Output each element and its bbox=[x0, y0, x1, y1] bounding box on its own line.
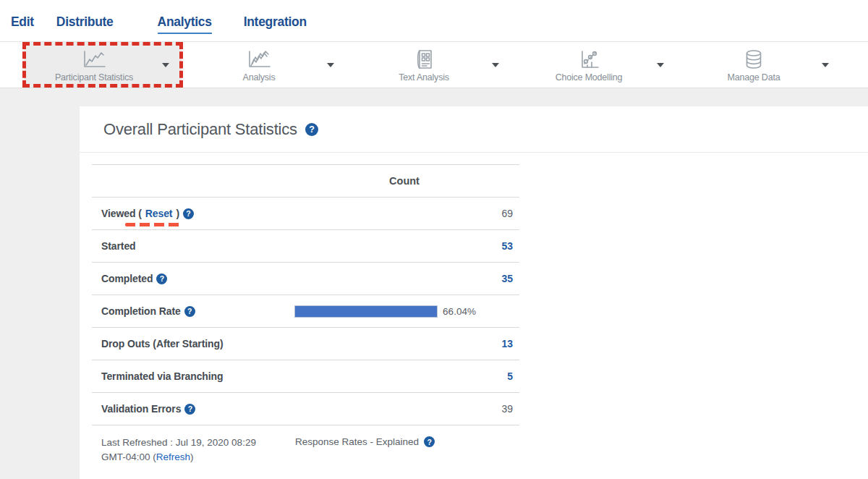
row-label-text: Drop Outs (After Starting) bbox=[101, 338, 224, 349]
row-value-link[interactable]: 5 bbox=[289, 370, 519, 382]
red-dashed-underline-annotation bbox=[125, 223, 181, 226]
help-icon[interactable]: ? bbox=[305, 123, 318, 136]
participant-statistics-table: Count Viewed ( Reset ) ? 69 Started 53 bbox=[92, 164, 519, 465]
text-analysis-icon bbox=[413, 49, 435, 69]
table-row-started: Started 53 bbox=[92, 230, 519, 263]
row-label-text: Completion Rate bbox=[101, 305, 181, 317]
chevron-down-icon[interactable] bbox=[327, 63, 334, 67]
reset-link[interactable]: Reset bbox=[145, 208, 173, 219]
nav-distribute[interactable]: Distribute bbox=[56, 14, 114, 34]
row-label-suffix: ) bbox=[176, 208, 179, 219]
row-value: 69 bbox=[289, 208, 519, 219]
help-icon[interactable]: ? bbox=[424, 436, 435, 447]
tool-label: Participant Statistics bbox=[55, 72, 133, 82]
chevron-down-icon[interactable] bbox=[822, 63, 829, 67]
tool-participant-statistics[interactable]: Participant Statistics bbox=[24, 42, 182, 88]
table-row-viewed: Viewed ( Reset ) ? 69 bbox=[92, 198, 519, 230]
tool-label: Choice Modelling bbox=[556, 72, 623, 82]
row-value-link[interactable]: 35 bbox=[289, 273, 519, 284]
table-footer: Last Refreshed : Jul 19, 2020 08:29 GMT-… bbox=[92, 425, 519, 465]
row-label-text: Started bbox=[101, 240, 136, 252]
completion-rate-bar: 66.04% bbox=[289, 305, 519, 318]
completion-bar-fill bbox=[294, 305, 438, 318]
refresh-link[interactable]: Refresh bbox=[156, 452, 190, 462]
table-header-row: Count bbox=[92, 164, 519, 198]
table-row-validation-errors: Validation Errors ? 39 bbox=[92, 393, 519, 425]
analytics-toolbar: Participant Statistics Analysis bbox=[0, 41, 868, 88]
tool-text-analysis[interactable]: Text Analysis bbox=[354, 42, 511, 88]
participant-statistics-icon bbox=[81, 49, 107, 69]
help-icon[interactable]: ? bbox=[156, 274, 167, 284]
row-label: Completion Rate ? bbox=[92, 305, 289, 317]
row-value-link[interactable]: 13 bbox=[289, 338, 519, 349]
chevron-down-icon[interactable] bbox=[657, 63, 664, 67]
tool-label: Text Analysis bbox=[399, 72, 449, 82]
table-row-completed: Completed ? 35 bbox=[92, 263, 519, 295]
count-column-header: Count bbox=[289, 175, 519, 187]
chevron-down-icon[interactable] bbox=[162, 63, 169, 67]
manage-data-icon bbox=[743, 49, 765, 69]
completion-percent-label: 66.04% bbox=[443, 306, 476, 317]
tool-manage-data[interactable]: Manage Data bbox=[684, 42, 841, 88]
row-label: Completed ? bbox=[92, 273, 289, 284]
last-refreshed-line1: Last Refreshed : Jul 19, 2020 08:29 bbox=[101, 437, 256, 448]
choice-modelling-icon bbox=[576, 49, 601, 69]
row-label: Drop Outs (After Starting) bbox=[92, 338, 289, 349]
nav-analytics[interactable]: Analytics bbox=[158, 14, 212, 34]
row-label-text: Completed bbox=[101, 273, 153, 284]
last-refreshed-text: Last Refreshed : Jul 19, 2020 08:29 GMT-… bbox=[101, 436, 295, 465]
chevron-down-icon[interactable] bbox=[492, 63, 499, 67]
page-content: Overall Participant Statistics ? Count V… bbox=[0, 88, 868, 479]
table-row-terminated: Terminated via Branching 5 bbox=[92, 360, 519, 393]
row-label: Terminated via Branching bbox=[92, 370, 289, 382]
tool-label: Analysis bbox=[243, 72, 276, 82]
response-rates-explained: Response Rates - Explained ? bbox=[295, 436, 435, 465]
page-title-text: Overall Participant Statistics bbox=[103, 120, 297, 139]
tool-analysis[interactable]: Analysis bbox=[189, 42, 346, 88]
tool-choice-modelling[interactable]: Choice Modelling bbox=[519, 42, 676, 88]
analysis-icon bbox=[246, 49, 272, 69]
row-label-text: Terminated via Branching bbox=[101, 370, 224, 382]
participant-statistics-card: Overall Participant Statistics ? Count V… bbox=[80, 106, 868, 479]
tool-label: Manage Data bbox=[728, 72, 780, 82]
nav-integration[interactable]: Integration bbox=[244, 14, 307, 34]
last-refreshed-line2-prefix: GMT-04:00 ( bbox=[101, 452, 156, 462]
help-icon[interactable]: ? bbox=[184, 404, 195, 415]
row-label-text: Validation Errors bbox=[101, 403, 181, 415]
row-value-link[interactable]: 53 bbox=[289, 240, 519, 252]
help-icon[interactable]: ? bbox=[184, 306, 195, 317]
response-rates-label: Response Rates - Explained bbox=[295, 436, 419, 447]
table-row-completion-rate: Completion Rate ? 66.04% bbox=[92, 295, 519, 328]
row-label-text: Viewed ( bbox=[101, 208, 142, 219]
nav-edit[interactable]: Edit bbox=[11, 14, 34, 34]
help-icon[interactable]: ? bbox=[183, 208, 194, 219]
top-nav: Edit Distribute Analytics Integration bbox=[0, 0, 868, 41]
row-value: 39 bbox=[289, 403, 519, 415]
row-label: Viewed ( Reset ) ? bbox=[92, 208, 289, 219]
last-refreshed-line2-suffix: ) bbox=[190, 452, 194, 462]
page-title: Overall Participant Statistics ? bbox=[103, 120, 868, 139]
table-row-drop-outs: Drop Outs (After Starting) 13 bbox=[92, 328, 519, 360]
row-label: Started bbox=[92, 240, 289, 252]
card-header: Overall Participant Statistics ? bbox=[80, 106, 868, 153]
row-label: Validation Errors ? bbox=[92, 403, 289, 415]
